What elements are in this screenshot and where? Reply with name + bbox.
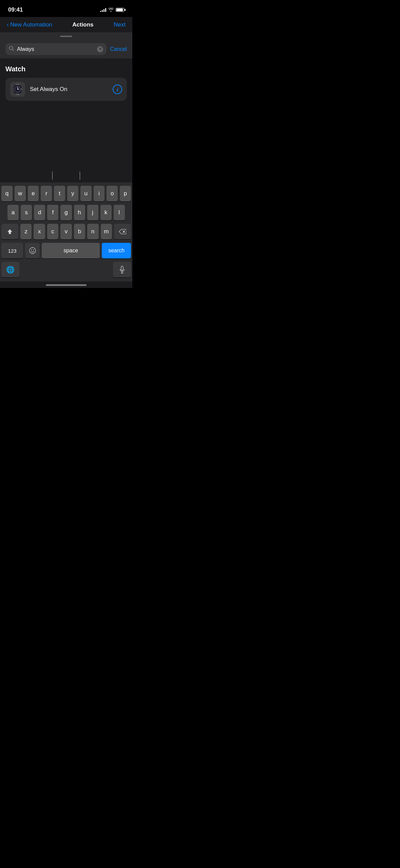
item-icon (10, 82, 25, 97)
svg-rect-7 (21, 88, 22, 90)
emoji-key[interactable] (25, 243, 40, 258)
key-t[interactable]: t (54, 186, 65, 201)
wifi-icon (108, 7, 114, 13)
back-button[interactable]: ‹ New Automation (7, 21, 52, 28)
key-k[interactable]: k (100, 205, 112, 220)
delete-key[interactable] (114, 224, 131, 239)
key-y[interactable]: y (67, 186, 78, 201)
key-v[interactable]: v (60, 224, 72, 239)
sheet-handle-area (0, 32, 132, 40)
key-z[interactable]: z (20, 224, 32, 239)
section-header-watch: Watch (5, 65, 127, 73)
keyboard-row-1: q w e r t y u i o p (1, 186, 131, 201)
svg-point-10 (30, 248, 36, 254)
back-label: New Automation (10, 21, 52, 28)
cursor-left (52, 171, 53, 180)
keyboard[interactable]: q w e r t y u i o p a s d f g h j k l z … (0, 182, 132, 282)
status-icons (100, 7, 124, 13)
bottom-special-row: 🌐 (1, 262, 131, 277)
key-a[interactable]: a (7, 205, 19, 220)
search-input-wrapper[interactable]: ✕ (5, 43, 107, 55)
svg-rect-3 (16, 94, 19, 95)
svg-rect-2 (16, 84, 19, 85)
keyboard-row-2: a s d f g h j k l (1, 205, 131, 220)
home-bar (46, 284, 87, 286)
space-key[interactable]: space (42, 243, 100, 258)
status-bar: 09:41 (0, 0, 132, 17)
next-button[interactable]: Next (114, 21, 126, 28)
key-u[interactable]: u (80, 186, 92, 201)
search-input[interactable] (17, 46, 94, 52)
cancel-button[interactable]: Cancel (110, 46, 127, 52)
key-p[interactable]: p (120, 186, 131, 201)
item-label: Set Always On (30, 86, 108, 93)
svg-point-12 (33, 250, 34, 250)
results-area: Watch Set Always On i (0, 58, 132, 101)
key-j[interactable]: j (87, 205, 98, 220)
empty-area (0, 101, 132, 169)
clear-button[interactable]: ✕ (97, 46, 103, 52)
key-f[interactable]: f (47, 205, 58, 220)
list-item[interactable]: Set Always On i (5, 78, 127, 101)
key-g[interactable]: g (60, 205, 72, 220)
signal-icon (100, 8, 106, 12)
search-icon (9, 46, 14, 52)
numbers-key[interactable]: 123 (1, 243, 23, 258)
key-l[interactable]: l (114, 205, 125, 220)
key-m[interactable]: m (101, 224, 112, 239)
key-d[interactable]: d (34, 205, 45, 220)
info-button[interactable]: i (113, 85, 122, 94)
chevron-left-icon: ‹ (7, 21, 9, 28)
key-h[interactable]: h (74, 205, 85, 220)
key-n[interactable]: n (87, 224, 98, 239)
svg-rect-13 (121, 266, 123, 270)
cursor-right (80, 171, 80, 180)
sheet-handle (60, 36, 72, 37)
status-time: 09:41 (8, 6, 23, 13)
key-e[interactable]: e (28, 186, 39, 201)
keyboard-row-4: 123 space search (1, 243, 131, 258)
keyboard-row-3: z x c v b n m (1, 224, 131, 239)
cursor-area (0, 169, 132, 182)
key-b[interactable]: b (74, 224, 85, 239)
mic-key[interactable] (113, 262, 131, 277)
search-key[interactable]: search (102, 243, 131, 258)
key-s[interactable]: s (21, 205, 32, 220)
key-w[interactable]: w (15, 186, 26, 201)
key-o[interactable]: o (107, 186, 118, 201)
key-r[interactable]: r (41, 186, 52, 201)
svg-line-1 (13, 50, 14, 51)
key-x[interactable]: x (34, 224, 45, 239)
battery-icon (116, 8, 124, 12)
page-title: Actions (72, 21, 93, 28)
home-indicator (0, 282, 132, 288)
shift-key[interactable] (1, 224, 18, 239)
key-q[interactable]: q (1, 186, 13, 201)
key-c[interactable]: c (47, 224, 58, 239)
globe-key[interactable]: 🌐 (1, 262, 19, 277)
key-i[interactable]: i (94, 186, 105, 201)
navigation-bar: ‹ New Automation Actions Next (0, 17, 132, 32)
svg-point-11 (31, 250, 32, 250)
search-bar-container: ✕ Cancel (0, 40, 132, 58)
